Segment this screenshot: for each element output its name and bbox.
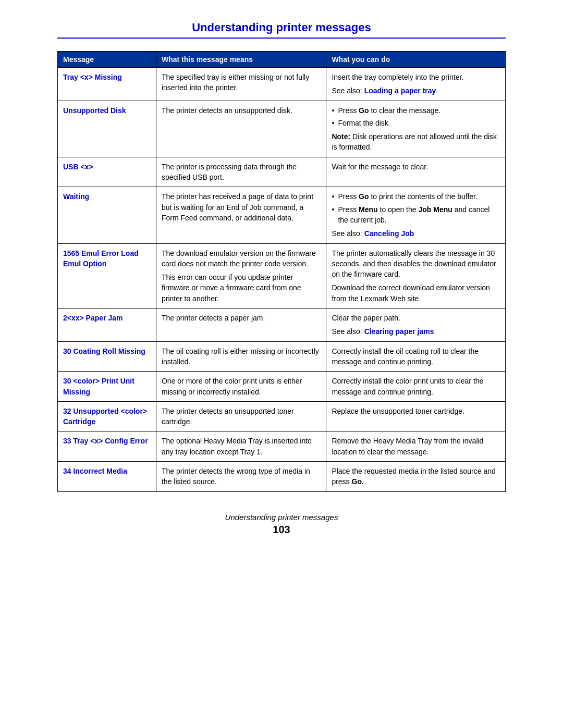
table-row: 30 Coating Roll MissingThe oil coating r… [58,341,506,372]
means-cell-paper-jam: The printer detects a paper jam. [156,309,326,342]
cando-cell-unsupported-disk: Press Go to clear the message.Format the… [326,101,506,157]
message-label: 2<xx> Paper Jam [63,314,123,322]
table-header-row: Message What this message means What you… [58,52,506,68]
table-row: 1565 Emul Error Load Emul OptionThe down… [58,243,506,308]
table-row: Tray <x> MissingThe specified tray is ei… [58,68,506,101]
message-label: Unsupported Disk [63,106,126,115]
cando-cell-tray-config: Remove the Heavy Media Tray from the inv… [326,431,506,462]
bold-word2: Job Menu [418,205,452,214]
bullet-item: Press Go to print the contents of the bu… [332,191,500,202]
cando-cell-incorrect-media: Place the requested media in the listed … [326,462,506,492]
cando-bullets: Press Go to print the contents of the bu… [332,191,500,225]
message-label: Tray <x> Missing [63,73,122,81]
cando-cell-coating-roll: Correctly install the oil coating roll t… [326,341,506,372]
cando-plain: Wait for the message to clear. [332,163,428,171]
cando-cell-unsupported-color: Replace the unsupported toner cartridge. [326,401,506,431]
message-label: USB <x> [63,163,93,171]
title-underline [57,38,506,39]
means-cell-incorrect-media: The printer detects the wrong type of me… [156,462,326,492]
cando-link-line: See also: Canceling Job [332,228,500,239]
message-label: 1565 Emul Error Load Emul Option [63,249,139,268]
cando-bullets: Press Go to clear the message.Format the… [332,105,500,129]
cando-link-line: See also: Clearing paper jams [332,326,500,337]
message-label: 34 Incorrect Media [63,467,127,475]
means-text: The optional Heavy Media Tray is inserte… [162,437,312,455]
message-cell-coating-roll: 30 Coating Roll Missing [58,341,156,372]
means-text: One or more of the color print units is … [162,377,302,396]
message-cell-color-print-unit: 30 <color> Print Unit Missing [58,372,156,402]
bold-word: Menu [359,205,378,214]
bullet-item: Press Menu to open the Job Menu and canc… [332,204,500,226]
cando-cell-tray-missing: Insert the tray completely into the prin… [326,68,506,101]
cando-p1: The printer automatically clears the mes… [332,248,500,280]
cando-plain: Correctly install the oil coating roll t… [332,347,479,366]
cando-p2: Download the correct download emulator v… [332,282,500,304]
cando-plain: Replace the unsupported toner cartridge. [332,407,464,415]
footer-page: 103 [273,524,290,536]
cando-link-line: See also: Loading a paper tray [332,85,500,96]
messages-table: Message What this message means What you… [57,51,506,492]
means-cell-unsupported-color: The printer detects an unsupported toner… [156,401,326,431]
cando-note: Note: Disk operations are not allowed un… [332,131,500,153]
message-label: 30 Coating Roll Missing [63,347,145,355]
message-label: 33 Tray <x> Config Error [63,437,148,445]
cando-cell-emul-error: The printer automatically clears the mes… [326,243,506,308]
message-cell-waiting: Waiting [58,187,156,243]
page-title: Understanding printer messages [192,21,371,34]
means-text: The printer detects an unsupported toner… [162,407,294,426]
message-label: Waiting [63,192,89,201]
cando-text: Insert the tray completely into the prin… [332,72,500,82]
means-cell-waiting: The printer has received a page of data … [156,187,326,243]
cando-plain: Remove the Heavy Media Tray from the inv… [332,437,483,455]
cando-cell-waiting: Press Go to print the contents of the bu… [326,187,506,243]
cando-cell-color-print-unit: Correctly install the color print units … [326,372,506,402]
cando-link[interactable]: Loading a paper tray [364,87,436,95]
table-row: WaitingThe printer has received a page o… [58,187,506,243]
cando-link[interactable]: Canceling Job [364,229,414,238]
message-label: 32 Unsupported <color> Cartridge [63,407,147,426]
means-text: The printer detects an unsupported disk. [162,106,292,115]
means-cell-tray-missing: The specified tray is either missing or … [156,68,326,101]
header-cando: What you can do [326,52,506,68]
cando-plain: Correctly install the color print units … [332,377,483,396]
means-cell-emul-error: The download emulator version on the fir… [156,243,326,308]
means-cell-tray-config: The optional Heavy Media Tray is inserte… [156,431,326,462]
bold-word: Go [359,192,369,201]
table-row: USB <x>The printer is processing data th… [58,157,506,187]
note-label: Note: [332,132,350,141]
message-label: 30 <color> Print Unit Missing [63,377,134,396]
go-bold: Go. [352,477,364,486]
cando-link[interactable]: Clearing paper jams [364,327,434,336]
table-row: 30 <color> Print Unit MissingOne or more… [58,372,506,402]
means-p2: This error can occur if you update print… [162,272,321,304]
header-means: What this message means [156,52,326,68]
means-text: The specified tray is either missing or … [162,73,309,92]
message-cell-tray-missing: Tray <x> Missing [58,68,156,101]
table-row: 32 Unsupported <color> CartridgeThe prin… [58,401,506,431]
means-cell-color-print-unit: One or more of the color print units is … [156,372,326,402]
means-text: The oil coating roll is either missing o… [162,347,319,366]
bullet-item: Format the disk. [332,118,500,128]
message-cell-unsupported-color: 32 Unsupported <color> Cartridge [58,401,156,431]
note-text: Disk operations are not allowed until th… [332,132,497,151]
table-row: Unsupported DiskThe printer detects an u… [58,101,506,157]
means-p1: The download emulator version on the fir… [162,248,321,269]
means-text: The printer has received a page of data … [162,192,313,222]
table-row: 34 Incorrect MediaThe printer detects th… [58,462,506,492]
means-cell-coating-roll: The oil coating roll is either missing o… [156,341,326,372]
message-cell-usb: USB <x> [58,157,156,187]
message-cell-tray-config: 33 Tray <x> Config Error [58,431,156,462]
means-cell-usb: The printer is processing data through t… [156,157,326,187]
means-cell-unsupported-disk: The printer detects an unsupported disk. [156,101,326,157]
bullet-item: Press Go to clear the message. [332,105,500,116]
means-text: The printer detects the wrong type of me… [162,467,310,486]
page-container: Understanding printer messages Message W… [47,0,516,567]
message-cell-incorrect-media: 34 Incorrect Media [58,462,156,492]
means-text: The printer is processing data through t… [162,163,297,181]
message-cell-paper-jam: 2<xx> Paper Jam [58,309,156,342]
message-cell-unsupported-disk: Unsupported Disk [58,101,156,157]
table-row: 33 Tray <x> Config ErrorThe optional Hea… [58,431,506,462]
footer-italic: Understanding printer messages [225,513,338,522]
cando-text: Clear the paper path. [332,313,500,323]
means-text: The printer detects a paper jam. [162,314,265,322]
